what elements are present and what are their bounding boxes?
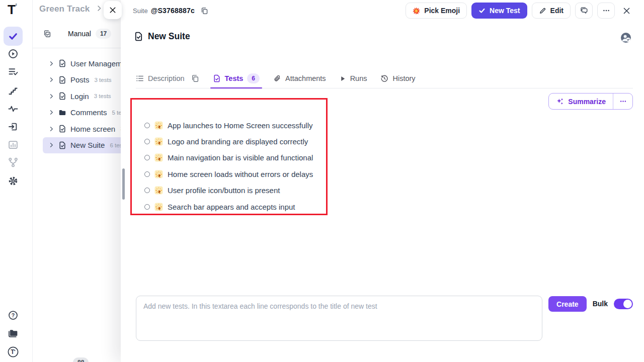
entity-type-label: Suite xyxy=(133,7,148,15)
test-status-circle[interactable] xyxy=(144,188,150,193)
folder-icon xyxy=(58,109,66,117)
tree-divider xyxy=(33,48,126,48)
add-tests-composer: Create Bulk xyxy=(136,296,633,341)
tree-item-new-suite[interactable]: New Suite 6 tests xyxy=(43,137,129,154)
check-icon xyxy=(478,7,486,14)
tree-close-button[interactable] xyxy=(104,1,122,19)
list-icon xyxy=(136,74,144,82)
test-list: App launches to Home Screen successfully… xyxy=(144,117,313,215)
page-title: New Suite xyxy=(148,31,190,42)
test-status-circle[interactable] xyxy=(144,155,150,160)
tab-description[interactable]: Description xyxy=(136,69,199,88)
spinner-cursor-emoji-icon xyxy=(154,203,163,211)
nav-milestones-icon[interactable] xyxy=(4,81,23,100)
nav-tests-icon[interactable] xyxy=(4,27,23,46)
test-status-circle[interactable] xyxy=(144,171,150,177)
chat-icon xyxy=(580,7,588,15)
doc-check-icon xyxy=(213,74,221,82)
ellipsis-icon xyxy=(602,7,610,15)
suites-tree-panel: Green Track Manual 17 Automated User Man… xyxy=(33,0,121,362)
nav-plans-icon[interactable] xyxy=(4,62,23,81)
sparkles-icon xyxy=(556,98,564,106)
new-test-button[interactable]: New Test xyxy=(471,3,527,19)
nav-rail: T' xyxy=(0,0,33,362)
test-status-circle[interactable] xyxy=(144,204,150,210)
tree-count-badge: 88 xyxy=(73,357,89,362)
copy-check-icon[interactable] xyxy=(43,30,51,38)
spinner-cursor-emoji-icon xyxy=(154,121,163,130)
suite-title-row: New Suite xyxy=(134,31,190,42)
pick-emoji-button[interactable]: Pick Emoji xyxy=(406,3,467,19)
boom-emoji-icon xyxy=(413,7,420,15)
tab-attachments[interactable]: Attachments xyxy=(273,69,326,88)
panel-resize-handle[interactable] xyxy=(122,168,125,200)
tab-manual[interactable]: Manual xyxy=(68,30,91,38)
nav-branches-icon[interactable] xyxy=(4,153,23,172)
summarize-button[interactable]: Summarize xyxy=(549,94,613,109)
copy-suite-id-icon[interactable] xyxy=(201,7,208,15)
spinner-cursor-emoji-icon xyxy=(154,170,163,178)
app-root: T' Green Track Manual 17 Automated xyxy=(0,0,644,362)
tests-count-badge: 6 xyxy=(247,73,260,83)
breadcrumb[interactable]: Green Track xyxy=(39,4,103,14)
tab-tests[interactable]: Tests 6 xyxy=(213,69,260,88)
spinner-cursor-emoji-icon xyxy=(154,153,163,162)
tab-history[interactable]: History xyxy=(380,69,415,88)
nav-analytics-icon[interactable] xyxy=(4,135,23,154)
chevron-right-icon[interactable] xyxy=(49,77,54,82)
chevron-right-icon[interactable] xyxy=(49,110,54,115)
manual-count-badge: 17 xyxy=(96,29,111,39)
app-logo[interactable]: T' xyxy=(8,2,17,18)
summarize-more-button[interactable] xyxy=(613,94,632,109)
toggle-knob xyxy=(623,300,632,308)
chevron-right-icon[interactable] xyxy=(49,126,54,132)
project-name: Green Track xyxy=(39,4,90,14)
test-row[interactable]: User profile icon/button is present xyxy=(144,183,313,199)
close-panel-button[interactable] xyxy=(622,7,631,15)
test-row[interactable]: Search bar appears and accepts input xyxy=(144,199,313,215)
test-status-circle[interactable] xyxy=(144,139,150,144)
projects-icon[interactable] xyxy=(4,324,23,343)
new-tests-textarea[interactable] xyxy=(136,296,542,341)
close-icon xyxy=(622,7,631,15)
spinner-cursor-emoji-icon xyxy=(154,186,163,195)
nav-runs-icon[interactable] xyxy=(4,44,23,63)
topbar-actions: Pick Emoji New Test Edit xyxy=(406,3,631,19)
avatar[interactable] xyxy=(620,32,632,44)
detail-topbar: Suite @S3768887c Pick Emoji New Test Edi… xyxy=(133,2,631,19)
test-row[interactable]: Main navigation bar is visible and funct… xyxy=(144,150,313,166)
suite-doc-icon xyxy=(58,92,66,100)
chevron-right-icon[interactable] xyxy=(49,142,54,148)
tab-runs[interactable]: Runs xyxy=(340,69,367,88)
history-clock-icon xyxy=(380,74,388,82)
suite-doc-icon xyxy=(58,141,66,149)
suite-doc-icon xyxy=(58,125,66,133)
create-button[interactable]: Create xyxy=(548,296,587,312)
nav-import-icon[interactable] xyxy=(4,117,23,136)
more-actions-button[interactable] xyxy=(597,3,615,19)
suite-doc-icon xyxy=(58,59,66,67)
suite-doc-icon xyxy=(58,76,66,84)
summarize-split-button: Summarize xyxy=(548,93,633,110)
spinner-cursor-emoji-icon xyxy=(154,137,163,146)
chevron-right-icon[interactable] xyxy=(49,61,54,66)
test-row[interactable]: App launches to Home Screen successfully xyxy=(144,117,313,133)
suite-doc-icon xyxy=(134,32,143,41)
test-row[interactable]: Home screen loads without errors or dela… xyxy=(144,166,313,182)
copy-description-icon[interactable] xyxy=(191,74,199,82)
play-icon xyxy=(340,75,346,82)
edit-button[interactable]: Edit xyxy=(532,3,571,19)
chevron-right-icon[interactable] xyxy=(49,94,54,99)
bulk-label: Bulk xyxy=(593,300,608,308)
comments-button[interactable] xyxy=(575,3,593,19)
help-icon[interactable] xyxy=(4,306,23,325)
suite-detail-panel: Suite @S3768887c Pick Emoji New Test Edi… xyxy=(121,0,644,362)
test-row[interactable]: Logo and branding are displayed correctl… xyxy=(144,133,313,149)
support-logo-icon[interactable] xyxy=(4,342,23,361)
nav-pulse-icon[interactable] xyxy=(4,99,23,118)
bulk-toggle[interactable] xyxy=(614,299,633,309)
chevron-right-icon xyxy=(96,5,103,14)
test-status-circle[interactable] xyxy=(144,123,150,128)
nav-settings-icon[interactable] xyxy=(4,171,23,191)
ellipsis-icon xyxy=(619,98,627,105)
